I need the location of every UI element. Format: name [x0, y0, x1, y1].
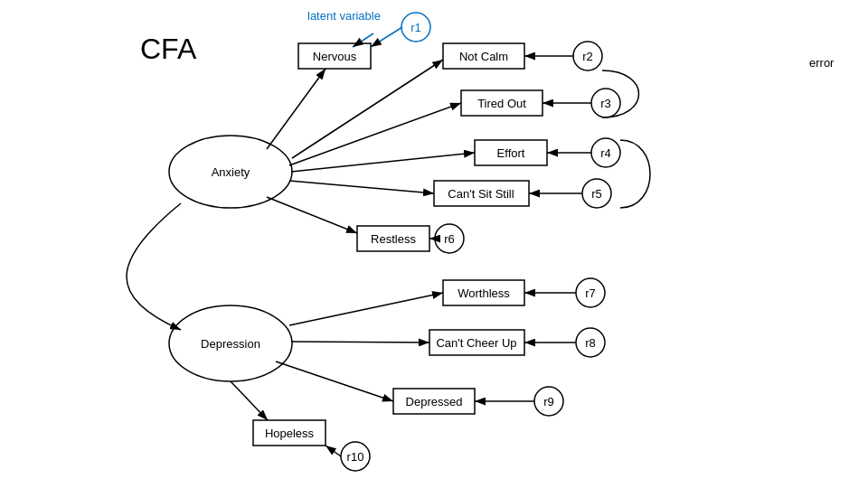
r1-nervous-arrow — [371, 27, 402, 47]
depression-depressed-arrow — [276, 361, 393, 401]
anxiety-not-calm-arrow — [292, 60, 443, 158]
worthless-label: Worthless — [458, 286, 510, 300]
r8-label: r8 — [585, 336, 596, 350]
r10-label: r10 — [347, 450, 364, 464]
r7-label: r7 — [585, 286, 596, 300]
latent-variable-label: latent variable — [307, 9, 381, 23]
depression-hopeless-arrow — [231, 381, 268, 420]
error-label: error — [809, 56, 835, 70]
anxiety-depression-arrow — [127, 203, 181, 330]
tired-out-label: Tired Out — [477, 97, 526, 110]
anxiety-nervous-arrow — [267, 69, 326, 149]
r6-label: r6 — [444, 232, 455, 246]
depression-label: Depression — [201, 337, 260, 351]
depression-cant-cheer-up-arrow — [291, 342, 429, 343]
anxiety-cant-sit-still-arrow — [289, 181, 434, 193]
depressed-label: Depressed — [406, 395, 463, 408]
cfa-title: CFA — [140, 33, 197, 65]
anxiety-label: Anxiety — [212, 165, 250, 179]
nervous-label: Nervous — [313, 50, 357, 63]
r1-label: r1 — [410, 21, 421, 34]
anxiety-effort-arrow — [291, 153, 475, 172]
effort-label: Effort — [497, 146, 525, 160]
hopeless-label: Hopeless — [265, 427, 315, 440]
r3-label: r3 — [600, 97, 611, 110]
r10-hopeless-arrow — [326, 446, 341, 456]
anxiety-tired-out-arrow — [289, 103, 461, 165]
r5-label: r5 — [591, 187, 602, 201]
cant-cheer-up-label: Can't Cheer Up — [436, 336, 516, 350]
restless-label: Restless — [371, 232, 416, 246]
anxiety-restless-arrow — [267, 197, 357, 233]
r9-label: r9 — [543, 395, 554, 408]
r4-label: r4 — [600, 146, 611, 160]
r2-label: r2 — [582, 50, 593, 63]
depression-worthless-arrow — [289, 293, 443, 325]
not-calm-label: Not Calm — [459, 50, 508, 63]
cant-sit-still-label: Can't Sit Still — [448, 187, 514, 201]
r4-r5-curve — [620, 140, 650, 208]
